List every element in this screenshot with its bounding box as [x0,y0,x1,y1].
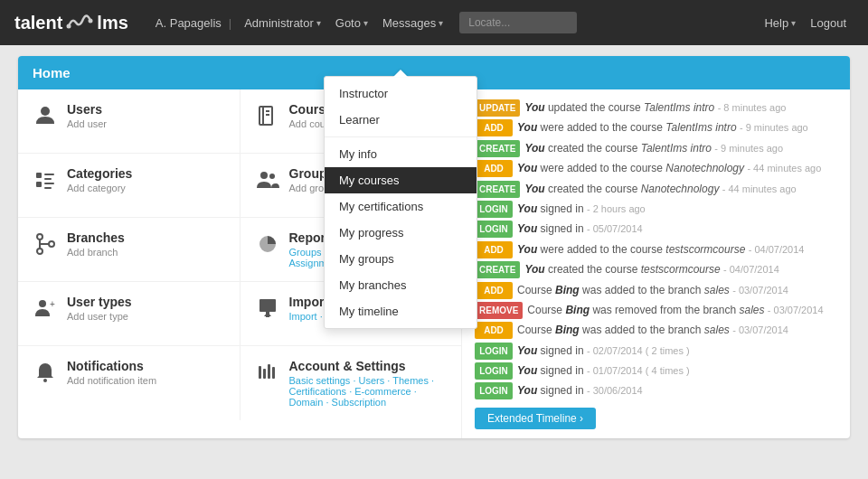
badge-create: CREATE [475,140,520,157]
logo-talent: talent [14,13,62,33]
dropdown-my-courses[interactable]: My courses [325,167,476,193]
dropdown-section-roles: Instructor Learner [325,77,476,137]
timeline-entry: ADD You were added to the course Nanotec… [475,159,837,177]
branches-icon [33,232,58,261]
timeline-entry: ADD Course Bing was added to the branch … [475,281,837,299]
dropdown-my-certifications[interactable]: My certifications [325,193,476,220]
right-panel: UPDATE You updated the course TalentIms … [461,89,850,438]
badge-add: ADD [475,160,513,177]
timeline-entry: LOGIN You signed in - 01/07/2014 ( 4 tim… [475,362,837,380]
categories-sub[interactable]: Add category [67,183,132,193]
badge-create: CREATE [475,261,520,278]
usertypes-sub[interactable]: Add user type [67,311,132,322]
grid-cell-categories[interactable]: Categories Add category [18,154,241,217]
logo-lms: lms [97,13,127,33]
groups-icon [255,168,280,197]
timeline-entry: LOGIN You signed in - 30/06/2014 [475,381,837,399]
grid-cell-branches[interactable]: Branches Add branch [18,218,241,281]
dropdown-arrow [393,70,408,77]
badge-add: ADD [475,322,513,339]
svg-point-21 [43,379,47,382]
extended-timeline-label: Extended Timeline › [487,412,583,425]
grid-cell-notifications[interactable]: Notifications Add notification item [18,346,241,420]
nav-role-dropdown[interactable]: Administrator ▾ [237,0,328,45]
timeline-entry: ADD Course Bing was added to the branch … [475,321,837,339]
nav-help[interactable]: Help ▾ [757,0,803,45]
badge-login: LOGIN [475,201,513,218]
nav-messages-label: Messages [382,16,436,30]
grid-cell-account-settings[interactable]: Account & Settings Basic settings · User… [241,346,462,420]
badge-create: CREATE [475,181,520,198]
dropdown-section-user: My info My courses My certifications My … [325,137,476,328]
notifications-title: Notifications [67,359,156,373]
nav-messages[interactable]: Messages ▾ [375,0,450,45]
timeline-entry: CREATE You created the course Nanotechno… [475,180,837,198]
nav-logout-label: Logout [810,16,846,30]
nav-username: A. Papagelis [156,16,222,30]
nav-goto-arrow: ▾ [363,18,368,28]
badge-add: ADD [475,119,513,136]
branches-sub[interactable]: Add branch [67,247,125,258]
nav-role-label: Administrator [244,16,314,30]
svg-point-17 [39,300,46,307]
timeline-entry: REMOVE Course Bing was removed from the … [475,301,837,319]
nav-help-label: Help [764,16,788,30]
svg-rect-23 [263,369,266,379]
grid-cell-usertypes[interactable]: + User types Add user type [18,282,241,345]
svg-rect-20 [266,312,269,317]
dropdown-my-progress[interactable]: My progress [325,220,476,246]
svg-point-16 [49,241,54,247]
account-settings-icon [255,361,280,390]
badge-login: LOGIN [475,362,513,380]
timeline-entry: LOGIN You signed in - 05/07/2014 [475,220,837,238]
svg-text:+: + [50,299,55,309]
courses-icon [255,104,280,133]
badge-remove: REMOVE [475,302,523,319]
badge-login: LOGIN [475,343,513,360]
user-dropdown: Instructor Learner My info My courses My… [324,76,477,329]
timeline-entry: CREATE You created the course TalentIms … [475,139,837,157]
badge-add: ADD [475,241,513,258]
extended-timeline-button[interactable]: Extended Timeline › [475,408,596,429]
usertypes-icon: + [33,296,58,325]
svg-rect-6 [36,173,42,178]
notifications-sub[interactable]: Add notification item [67,375,156,386]
top-nav: talent lms A. Papagelis | Administrator … [0,0,868,45]
grid-cell-users[interactable]: Users Add user [18,89,241,153]
categories-title: Categories [67,166,132,181]
users-title: Users [67,102,107,117]
users-sub[interactable]: Add user [67,118,107,129]
nav-goto-label: Goto [335,16,361,30]
nav-goto[interactable]: Goto ▾ [328,0,375,45]
svg-point-15 [37,249,42,254]
dropdown-my-branches[interactable]: My branches [325,272,476,298]
timeline-entry: ADD You were added to the course TalentI… [475,118,837,136]
svg-rect-22 [259,366,261,379]
dropdown-my-groups[interactable]: My groups [325,246,476,272]
nav-logout[interactable]: Logout [803,0,854,45]
dropdown-my-timeline[interactable]: My timeline [325,298,476,324]
home-title: Home [33,65,71,80]
user-icon [33,104,58,133]
nav-messages-arrow: ▾ [439,18,443,28]
notifications-icon [33,361,58,390]
svg-rect-25 [272,367,275,379]
nav-role-arrow: ▾ [316,18,321,28]
svg-rect-19 [259,299,276,312]
badge-login: LOGIN [475,221,513,238]
dropdown-learner[interactable]: Learner [325,107,476,133]
svg-point-12 [260,172,268,179]
dropdown-my-info[interactable]: My info [325,141,476,167]
svg-point-13 [269,174,275,179]
svg-point-1 [89,19,93,23]
categories-icon [33,168,58,197]
timeline-entry: UPDATE You updated the course TalentIms … [475,99,837,117]
timeline-entry: CREATE You created the course testscormc… [475,260,837,278]
dropdown-instructor[interactable]: Instructor [325,80,476,107]
timeline-entry: LOGIN You signed in - 2 hours ago [475,200,837,218]
svg-rect-24 [268,364,270,379]
badge-add: ADD [475,282,513,299]
svg-rect-8 [44,174,54,175]
svg-rect-10 [44,183,54,184]
search-input[interactable] [459,12,577,33]
